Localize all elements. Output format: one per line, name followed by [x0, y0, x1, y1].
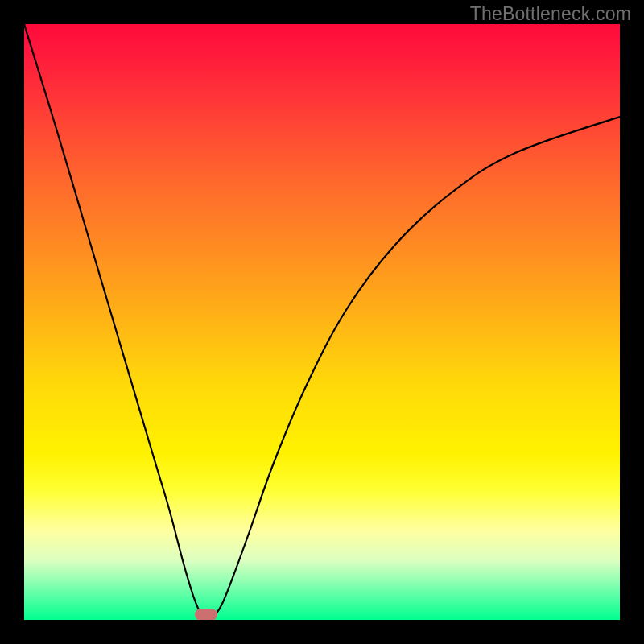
watermark-text: TheBottleneck.com: [470, 3, 631, 25]
chart-frame: [0, 0, 644, 644]
